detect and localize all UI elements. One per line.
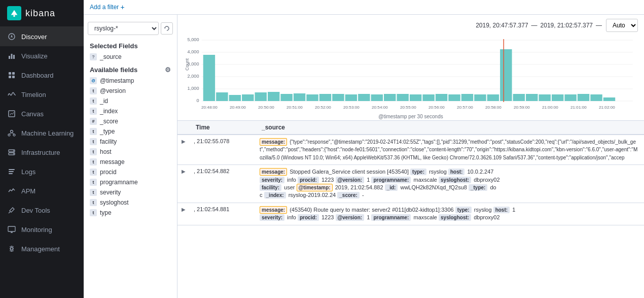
row-expand-button[interactable]: ▶ <box>182 139 186 144</box>
available-field-facility[interactable]: t facility <box>84 137 177 147</box>
svg-rect-59 <box>436 94 447 101</box>
field-programname-name: programname <box>100 179 138 186</box>
source-col-header[interactable]: _source <box>256 121 644 135</box>
field-type-hash-icon: # <box>90 118 97 125</box>
sidebar-management-label: Management <box>21 245 60 253</box>
sidebar-item-logs[interactable]: Logs <box>0 162 84 181</box>
sidebar-item-machine-learning[interactable]: Machine Learning <box>0 123 84 143</box>
available-field-timestamp[interactable]: ⏱ @timestamp <box>84 76 177 86</box>
field-type-t6-icon: t <box>90 148 97 155</box>
svg-rect-9 <box>12 76 15 78</box>
sidebar-item-monitoring[interactable]: Monitoring <box>0 220 84 239</box>
available-field-version[interactable]: t @version <box>84 86 177 96</box>
available-field-type[interactable]: t _type <box>84 126 177 137</box>
svg-rect-52 <box>345 94 357 101</box>
available-field-programname[interactable]: t programname <box>84 177 177 187</box>
row2-timestamp-tag: @timestamp: <box>297 184 333 191</box>
table-row: ▶ , 21:02:54.881 message: (453540) Route… <box>177 203 644 225</box>
svg-rect-47 <box>280 94 292 101</box>
row2-version-val: 1 <box>367 177 370 183</box>
svg-rect-42 <box>216 92 228 101</box>
field-type-t8-icon: t <box>90 169 97 176</box>
time-to: 2019, 21:02:57.377 <box>541 22 593 29</box>
row1-source-content: {"type":"response","@timestamp":"2019-02… <box>260 139 637 160</box>
plus-icon: + <box>120 3 124 11</box>
sidebar-item-apm[interactable]: APM <box>0 181 84 201</box>
svg-rect-49 <box>306 94 318 101</box>
main-content: Add a filter + rsyslog-* Selected Fields… <box>84 0 644 298</box>
time-from: 2019, 20:47:57.377 <box>476 22 528 29</box>
svg-rect-46 <box>268 92 279 101</box>
wave-icon <box>7 90 16 99</box>
svg-rect-44 <box>242 94 254 101</box>
available-fields-gear-icon[interactable]: ⚙ <box>165 66 171 74</box>
sidebar-item-dev-tools[interactable]: Dev Tools <box>0 201 84 220</box>
interval-dropdown[interactable]: Auto <box>606 19 638 32</box>
available-fields-header: Available fields ⚙ <box>84 62 177 76</box>
row3-message-val: (453540) Route query to master: server2 … <box>290 207 453 213</box>
svg-text:4,000: 4,000 <box>188 49 199 54</box>
available-field-host[interactable]: t host <box>84 147 177 157</box>
field-type-t2-icon: t <box>90 97 97 105</box>
available-field-type2[interactable]: t type <box>84 208 177 218</box>
svg-rect-20 <box>9 169 15 170</box>
svg-text:1,000: 1,000 <box>188 86 199 91</box>
sidebar-discover-label: Discover <box>21 33 47 41</box>
sidebar-devtools-label: Dev Tools <box>21 207 50 214</box>
available-field-id[interactable]: t _id <box>84 96 177 106</box>
svg-rect-4 <box>11 54 13 59</box>
available-field-score[interactable]: # _score <box>84 116 177 126</box>
time-col-header[interactable]: Time <box>190 121 256 135</box>
svg-rect-67 <box>539 94 551 101</box>
row3-procid-val: 1223 <box>321 214 334 220</box>
field-type-t9-icon: t <box>90 179 97 186</box>
sidebar-item-canvas[interactable]: Canvas <box>0 104 84 123</box>
selected-field-source[interactable]: ? _source <box>84 52 177 62</box>
sidebar-ml-label: Machine Learning <box>21 129 74 137</box>
sidebar-item-management[interactable]: Management <box>0 239 84 258</box>
field-type-name: _type <box>100 128 115 135</box>
svg-point-12 <box>8 134 10 136</box>
row2-version-tag: @version: <box>336 177 365 183</box>
index-refresh-button[interactable] <box>161 22 173 35</box>
index-pattern-dropdown[interactable]: rsyslog-* <box>88 22 159 35</box>
svg-text:Count: Count <box>185 58 190 71</box>
available-field-index[interactable]: t _index <box>84 106 177 116</box>
row2-facility-val: user <box>284 184 295 190</box>
sidebar-item-infrastructure[interactable]: Infrastructure <box>0 143 84 162</box>
sidebar-item-timelion[interactable]: Timelion <box>0 85 84 104</box>
chart-svg: 5,000 4,000 3,000 2,000 1,000 0 Count <box>184 35 638 111</box>
sidebar-item-visualize[interactable]: Visualize <box>0 46 84 65</box>
row2-procid-tag: procid: <box>298 177 319 183</box>
svg-rect-24 <box>8 226 15 231</box>
add-filter-button[interactable]: Add a filter + <box>90 3 125 11</box>
svg-rect-54 <box>371 94 383 101</box>
row2-sysloghost-val: dbproxy02 <box>474 177 499 183</box>
row3-version-tag: @version: <box>336 214 365 221</box>
svg-marker-2 <box>11 35 13 38</box>
svg-rect-3 <box>9 56 10 59</box>
row2-expand-button[interactable]: ▶ <box>182 169 186 174</box>
svg-text:2,000: 2,000 <box>188 74 199 79</box>
svg-point-19 <box>13 153 14 154</box>
sidebar: kibana Discover Visualize Dashboard Time… <box>0 0 84 298</box>
add-filter-label: Add a filter <box>90 4 119 11</box>
available-field-sysloghost[interactable]: t sysloghost <box>84 197 177 208</box>
svg-point-0 <box>13 15 15 17</box>
row2-id-tag: _id: <box>385 184 398 191</box>
field-score-name: _score <box>100 118 118 125</box>
svg-rect-50 <box>319 94 331 101</box>
available-field-procid[interactable]: t procid <box>84 167 177 177</box>
available-field-message[interactable]: t message <box>84 157 177 167</box>
available-field-severity[interactable]: t severity <box>84 187 177 197</box>
field-index-name: _index <box>100 108 118 115</box>
sidebar-item-dashboard[interactable]: Dashboard <box>0 65 84 85</box>
svg-point-18 <box>13 150 14 151</box>
row3-programname-tag: programname: <box>371 214 411 221</box>
row2-host-val: 10.0.2.247 <box>467 169 493 175</box>
sidebar-item-discover[interactable]: Discover <box>0 27 84 46</box>
row3-expand-button[interactable]: ▶ <box>182 207 186 212</box>
monitor-icon <box>7 225 16 234</box>
sidebar-visualize-label: Visualize <box>21 52 48 60</box>
svg-text:20:50:00: 20:50:00 <box>258 105 274 110</box>
